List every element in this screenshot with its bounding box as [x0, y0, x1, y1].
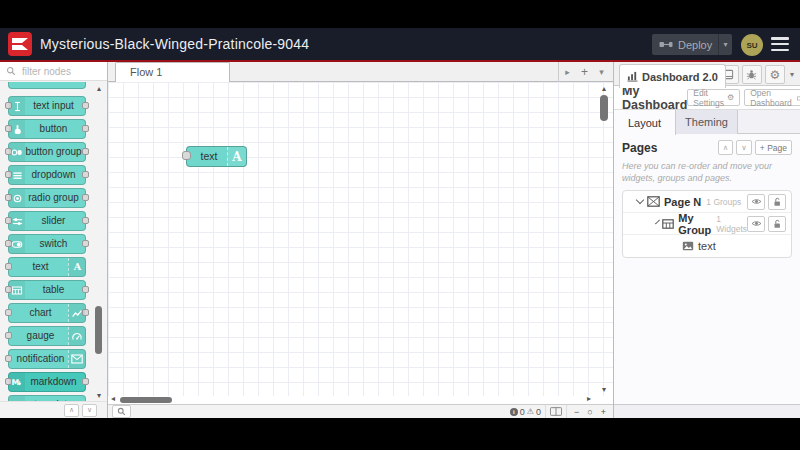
- node-output-port[interactable]: [82, 217, 89, 224]
- palette-node-partial[interactable]: [8, 82, 86, 89]
- zoom-in-button[interactable]: +: [598, 407, 609, 417]
- palette-node-slider[interactable]: slider: [8, 211, 86, 231]
- deploy-caret-icon[interactable]: ▾: [719, 40, 732, 49]
- hand-pointer-icon: [9, 120, 25, 138]
- canvas-search-button[interactable]: [112, 405, 131, 418]
- flow-workspace: Flow 1 ▸ + ▾ text A ▴ ▾ ◂: [108, 62, 613, 418]
- palette-scrollbar-thumb[interactable]: [95, 306, 102, 354]
- scroll-right-icon[interactable]: ▸: [587, 394, 591, 403]
- line-chart-icon: [68, 304, 85, 322]
- chevron-down-icon[interactable]: [636, 196, 644, 204]
- visibility-button[interactable]: [747, 216, 765, 232]
- palette-node-gauge[interactable]: gauge: [8, 326, 86, 346]
- node-output-port[interactable]: [82, 102, 89, 109]
- page-name: Page N: [664, 196, 701, 208]
- node-output-port[interactable]: [82, 286, 89, 293]
- node-input-port[interactable]: [5, 355, 12, 362]
- sidebar-menu-caret-icon[interactable]: ▾: [788, 70, 796, 79]
- expand-categories-button[interactable]: ∨: [82, 404, 97, 417]
- tab-theming[interactable]: Theming: [676, 110, 738, 134]
- move-down-button[interactable]: ∨: [736, 140, 752, 155]
- svg-text:M: M: [11, 378, 19, 387]
- canvas-node-text[interactable]: text A: [186, 146, 247, 167]
- add-page-button[interactable]: + Page: [755, 140, 792, 155]
- page-icon: [647, 196, 660, 207]
- font-icon: A: [227, 147, 246, 166]
- chevron-down-icon[interactable]: [655, 220, 660, 225]
- unlock-icon: [772, 219, 782, 229]
- palette-node-text-input[interactable]: text input: [8, 96, 86, 116]
- toggle-navigator-button[interactable]: [545, 405, 566, 418]
- palette-node-switch[interactable]: switch: [8, 234, 86, 254]
- canvas-vscroll-thumb[interactable]: [600, 95, 608, 121]
- node-input-port[interactable]: [5, 332, 12, 339]
- search-icon: [6, 66, 16, 76]
- scroll-down-icon[interactable]: ▾: [93, 391, 105, 400]
- tree-row-widget[interactable]: text: [623, 235, 791, 257]
- palette-node-radio-group[interactable]: radio group: [8, 188, 86, 208]
- canvas-hscroll-thumb[interactable]: [120, 397, 172, 403]
- gauge-icon: [68, 327, 85, 345]
- palette-scrollbar[interactable]: ▴ ▾: [93, 80, 105, 402]
- visibility-button[interactable]: [747, 194, 765, 210]
- workspace-title: Mysterious-Black-Winged-Pratincole-9044: [40, 28, 309, 60]
- edit-settings-button[interactable]: Edit Settings ⚙: [687, 89, 740, 106]
- flow-canvas[interactable]: text A ▴ ▾: [108, 82, 613, 396]
- canvas-horizontal-scrollbar[interactable]: ◂ ▸: [108, 396, 613, 404]
- flow-tab[interactable]: Flow 1: [115, 62, 230, 82]
- node-output-port[interactable]: [82, 378, 89, 385]
- pages-tree: Page N 1 Groups: [622, 190, 792, 258]
- node-output-port[interactable]: [82, 125, 89, 132]
- palette-search[interactable]: [0, 62, 107, 81]
- node-input-port[interactable]: [5, 309, 12, 316]
- node-input-port[interactable]: [5, 263, 12, 270]
- add-flow-button[interactable]: +: [576, 62, 593, 82]
- flow-menu-icon[interactable]: ▾: [593, 62, 610, 82]
- node-output-port[interactable]: [82, 148, 89, 155]
- filter-nodes-input[interactable]: [20, 65, 104, 78]
- palette-node-dropdown[interactable]: dropdown: [8, 165, 86, 185]
- group-icon: [662, 219, 674, 229]
- open-dashboard-button[interactable]: Open Dashboard: [744, 89, 800, 106]
- collapse-categories-button[interactable]: ∧: [64, 404, 79, 417]
- lock-button[interactable]: [768, 216, 786, 232]
- tree-row-page[interactable]: Page N 1 Groups: [623, 191, 791, 213]
- widget-name: text: [698, 240, 716, 252]
- palette-node-table[interactable]: table: [8, 280, 86, 300]
- scroll-left-icon[interactable]: ◂: [111, 394, 115, 403]
- zoom-reset-button[interactable]: ○: [584, 407, 595, 417]
- config-nodes-tab-icon[interactable]: ⚙: [765, 65, 785, 84]
- palette-node-button[interactable]: button: [8, 119, 86, 139]
- zoom-out-button[interactable]: −: [571, 407, 582, 417]
- scroll-down-icon[interactable]: ▾: [598, 385, 610, 394]
- scroll-up-icon[interactable]: ▴: [93, 84, 105, 93]
- palette-footer: ∧ ∨: [0, 401, 107, 418]
- move-up-button[interactable]: ∧: [718, 140, 734, 155]
- main-menu-icon[interactable]: [771, 37, 789, 51]
- node-output-port[interactable]: [82, 194, 89, 201]
- node-output-port[interactable]: [82, 240, 89, 247]
- flow-list-icon[interactable]: ▸: [559, 62, 576, 82]
- palette-node-chart[interactable]: chart: [8, 303, 86, 323]
- radio-icon: [9, 189, 25, 207]
- tab-layout[interactable]: Layout: [614, 110, 676, 135]
- tree-row-group[interactable]: My Group 1 Widgets: [623, 213, 791, 235]
- lock-button[interactable]: [768, 194, 786, 210]
- palette-node-label: dropdown: [25, 166, 82, 184]
- palette-node-markdown[interactable]: Mmarkdown: [8, 372, 86, 392]
- user-avatar[interactable]: SU: [741, 34, 763, 56]
- deploy-button[interactable]: Deploy ▾: [652, 34, 732, 55]
- scroll-up-icon[interactable]: ▴: [598, 84, 610, 93]
- notification-counts: i 0 ⚠ 0: [506, 405, 545, 418]
- palette-node-button-group[interactable]: button group: [8, 142, 86, 162]
- node-output-port[interactable]: [82, 171, 89, 178]
- palette-node-text[interactable]: Atext: [8, 257, 86, 277]
- sliders-icon: [9, 212, 25, 230]
- dashboard-header: My Dashboard Edit Settings ⚙ Open Dashbo…: [614, 86, 800, 110]
- tab-dashboard-2[interactable]: Dashboard 2.0: [619, 64, 726, 88]
- palette-node-notification[interactable]: notification: [8, 349, 86, 369]
- canvas-vertical-scrollbar[interactable]: ▴ ▾: [598, 84, 610, 394]
- dashboard-subtabs: Layout Theming: [614, 110, 800, 134]
- debug-tab-icon[interactable]: [742, 65, 762, 84]
- envelope-icon: [68, 350, 85, 368]
